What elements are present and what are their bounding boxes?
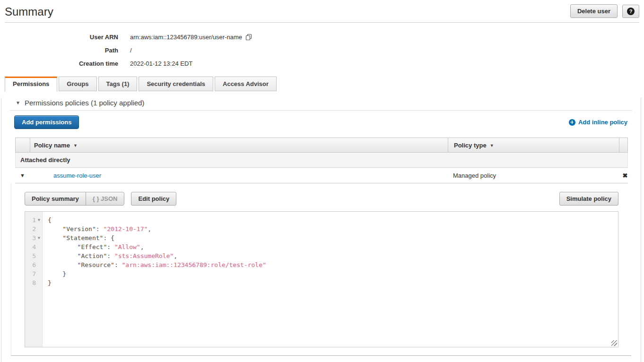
actions-column-header <box>619 138 632 152</box>
tab-access-advisor[interactable]: Access Advisor <box>215 77 277 91</box>
policy-table-header: Policy name ▼ Policy type ▼ <box>15 138 628 153</box>
code-line: } <box>48 269 618 278</box>
policy-actions-row: Add permissions Add inline policy <box>14 115 627 129</box>
permissions-policies-section-header[interactable]: ▼ Permissions policies (1 policy applied… <box>16 98 641 107</box>
code-line: { <box>48 215 618 224</box>
policy-name-link[interactable]: assume-role-user <box>53 172 101 179</box>
user-arn-label: User ARN <box>0 34 118 41</box>
sort-caret-icon: ▼ <box>490 142 494 148</box>
sort-caret-icon: ▼ <box>73 142 78 148</box>
policy-detail-toolbar: Policy summary { } JSON Edit policy Simu… <box>25 192 618 206</box>
edit-policy-button[interactable]: Edit policy <box>131 192 176 206</box>
policy-view-segmented-control: Policy summary { } JSON <box>25 192 124 206</box>
policy-type-column-header[interactable]: Policy type ▼ <box>448 138 619 152</box>
tab-security-credentials[interactable]: Security credentials <box>139 77 213 91</box>
tab-bar: Permissions Groups Tags (1) Security cre… <box>0 77 644 91</box>
tab-tags[interactable]: Tags (1) <box>98 77 138 91</box>
info-row-user-arn: User ARN arn:aws:iam::123456789:user/use… <box>0 30 644 43</box>
policy-row-assume-role-user: ▼ assume-role-user Managed policy ✖ <box>15 168 628 183</box>
help-button[interactable]: ? <box>622 5 639 18</box>
policy-type-value: Managed policy <box>447 168 618 183</box>
x-icon: ✖ <box>623 172 628 179</box>
fold-caret-icon[interactable]: ▼ <box>36 215 42 224</box>
policy-summary-button[interactable]: Policy summary <box>25 192 86 206</box>
question-mark-icon: ? <box>627 8 635 15</box>
path-label: Path <box>0 47 118 54</box>
user-info-section: User ARN arn:aws:iam::123456789:user/use… <box>0 30 644 70</box>
copy-icon[interactable] <box>245 34 252 41</box>
code-line: "Statement": { <box>48 233 618 242</box>
remove-policy-button[interactable]: ✖ <box>618 168 632 183</box>
page-title: Summary <box>5 4 53 18</box>
json-view-button[interactable]: { } JSON <box>86 192 125 206</box>
attached-directly-group-row: Attached directly <box>15 153 628 168</box>
expand-caret-icon: ▼ <box>20 172 25 178</box>
policy-table: Policy name ▼ Policy type ▼ Attached dir… <box>15 138 628 183</box>
code-line: "Resource": "arn:aws:iam::123456789:role… <box>48 260 618 269</box>
user-arn-value: arn:aws:iam::123456789:user/user-name <box>130 34 242 41</box>
permissions-tab-panel: ▼ Permissions policies (1 policy applied… <box>1 98 641 362</box>
section-title: Permissions policies (1 policy applied) <box>25 99 144 107</box>
chevron-down-icon: ▼ <box>16 100 20 105</box>
info-row-creation-time: Creation time 2022-01-12 13:24 EDT <box>0 57 644 70</box>
expand-column-header <box>16 138 30 152</box>
policy-name-column-header[interactable]: Policy name ▼ <box>30 138 448 152</box>
code-line: } <box>48 278 618 287</box>
editor-line-number-gutter: 1▼23▼45678 <box>25 212 43 347</box>
simulate-policy-button[interactable]: Simulate policy <box>559 192 618 206</box>
info-row-path: Path / <box>0 43 644 57</box>
page-header: Summary Delete user ? <box>5 0 639 23</box>
policy-detail-panel: Policy summary { } JSON Edit policy Simu… <box>11 183 631 356</box>
code-line: "Version": "2012-10-17", <box>48 224 618 233</box>
creation-time-value: 2022-01-12 13:24 EDT <box>130 60 192 67</box>
header-actions: Delete user ? <box>570 4 639 18</box>
path-value: / <box>130 47 132 54</box>
plus-circle-icon <box>569 119 575 126</box>
collapse-row-toggle[interactable]: ▼ <box>15 168 30 183</box>
editor-code-area[interactable]: { "Version": "2012-10-17", "Statement": … <box>43 212 618 347</box>
editor-resize-handle[interactable] <box>611 340 617 346</box>
section-divider <box>10 110 632 111</box>
add-permissions-button[interactable]: Add permissions <box>14 115 79 129</box>
fold-caret-icon[interactable]: ▼ <box>36 233 42 242</box>
tab-groups[interactable]: Groups <box>59 77 96 91</box>
delete-user-button[interactable]: Delete user <box>570 4 618 18</box>
add-inline-policy-link[interactable]: Add inline policy <box>569 119 627 126</box>
code-line: "Action": "sts:AssumeRole", <box>48 251 618 260</box>
creation-time-label: Creation time <box>0 60 118 67</box>
policy-json-editor[interactable]: 1▼23▼45678 { "Version": "2012-10-17", "S… <box>25 211 618 347</box>
tab-permissions[interactable]: Permissions <box>5 77 57 92</box>
code-line: "Effect": "Allow", <box>48 242 618 251</box>
